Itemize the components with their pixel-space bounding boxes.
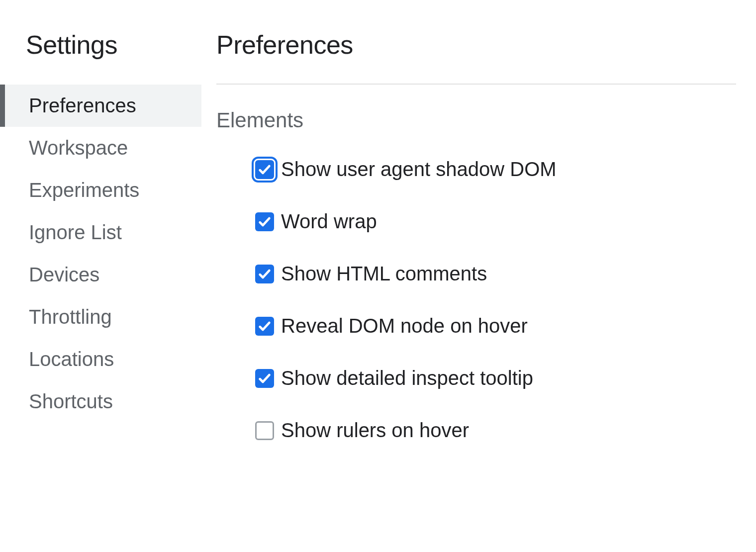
check-icon — [258, 215, 272, 229]
option-label: Show HTML comments — [281, 263, 487, 285]
sidebar-item-label: Workspace — [29, 137, 128, 159]
sidebar-item-workspace[interactable]: Workspace — [0, 127, 201, 169]
page-title: Preferences — [216, 30, 736, 60]
sidebar-item-preferences[interactable]: Preferences — [0, 85, 201, 127]
option-label: Reveal DOM node on hover — [281, 315, 528, 337]
checkbox[interactable] — [255, 160, 274, 179]
option-row[interactable]: Show detailed inspect tooltip — [255, 367, 736, 389]
section-title: Elements — [216, 108, 736, 132]
option-row[interactable]: Word wrap — [255, 210, 736, 233]
main-content: Preferences Elements Show user agent sha… — [201, 0, 756, 552]
checkbox[interactable] — [255, 317, 274, 336]
option-label: Show user agent shadow DOM — [281, 158, 557, 181]
option-row[interactable]: Show rulers on hover — [255, 419, 736, 442]
sidebar-item-shortcuts[interactable]: Shortcuts — [0, 380, 201, 423]
sidebar-title: Settings — [0, 30, 201, 60]
sidebar-item-locations[interactable]: Locations — [0, 338, 201, 380]
option-label: Word wrap — [281, 210, 377, 233]
checkbox[interactable] — [255, 421, 274, 440]
sidebar-item-throttling[interactable]: Throttling — [0, 296, 201, 338]
options-list: Show user agent shadow DOMWord wrapShow … — [216, 158, 736, 442]
sidebar-item-label: Devices — [29, 264, 99, 285]
sidebar-item-label: Shortcuts — [29, 390, 113, 412]
settings-sidebar: Settings PreferencesWorkspaceExperiments… — [0, 0, 201, 552]
checkbox[interactable] — [255, 369, 274, 388]
check-icon — [258, 267, 272, 281]
option-row[interactable]: Show HTML comments — [255, 263, 736, 285]
checkbox[interactable] — [255, 212, 274, 231]
check-icon — [258, 163, 272, 177]
check-icon — [258, 319, 272, 333]
sidebar-item-label: Preferences — [29, 94, 136, 116]
sidebar-items: PreferencesWorkspaceExperimentsIgnore Li… — [0, 85, 201, 423]
sidebar-item-label: Experiments — [29, 179, 139, 201]
sidebar-item-devices[interactable]: Devices — [0, 254, 201, 296]
checkbox[interactable] — [255, 265, 274, 283]
sidebar-item-label: Ignore List — [29, 221, 122, 243]
option-label: Show rulers on hover — [281, 419, 469, 442]
sidebar-item-label: Locations — [29, 348, 114, 370]
sidebar-item-ignore-list[interactable]: Ignore List — [0, 211, 201, 254]
option-row[interactable]: Show user agent shadow DOM — [255, 158, 736, 181]
check-icon — [258, 371, 272, 385]
option-row[interactable]: Reveal DOM node on hover — [255, 315, 736, 337]
divider — [216, 84, 736, 85]
sidebar-item-experiments[interactable]: Experiments — [0, 169, 201, 211]
sidebar-item-label: Throttling — [29, 306, 112, 328]
option-label: Show detailed inspect tooltip — [281, 367, 533, 389]
